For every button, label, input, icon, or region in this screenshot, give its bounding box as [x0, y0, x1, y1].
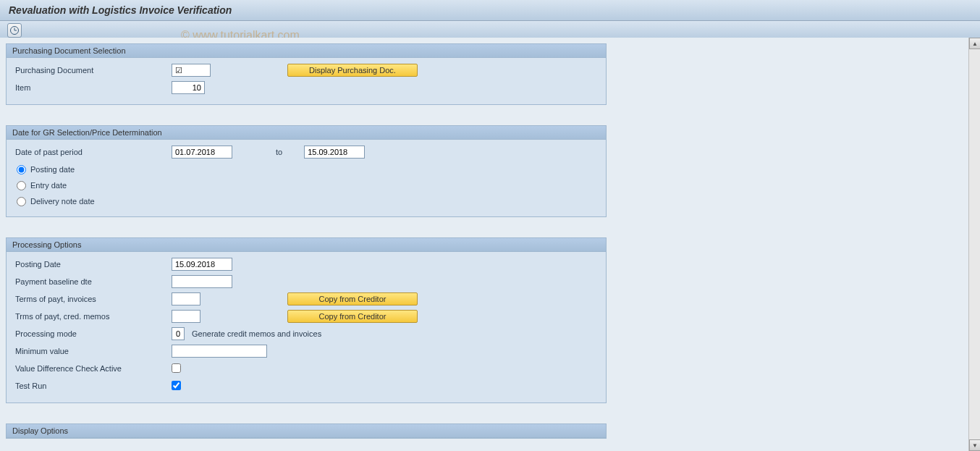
- date-from-input[interactable]: [172, 146, 232, 159]
- entry-date-radio-label: Entry date: [30, 181, 67, 190]
- delivery-note-date-radio[interactable]: [17, 197, 26, 206]
- section-header: Purchasing Document Selection: [7, 44, 606, 58]
- test-run-checkbox[interactable]: [172, 381, 181, 390]
- minimum-value-label: Minimum value: [12, 347, 172, 355]
- processing-mode-text: Generate credit memos and invoices: [192, 329, 321, 338]
- section-purchasing-document-selection: Purchasing Document Selection Purchasing…: [6, 43, 607, 105]
- delivery-note-date-radio-label: Delivery note date: [30, 197, 95, 206]
- posting-date-label: Posting Date: [12, 260, 172, 269]
- section-header: Display Options: [7, 424, 606, 438]
- posting-date-radio-label: Posting date: [30, 165, 75, 174]
- content-area: Purchasing Document Selection Purchasing…: [0, 38, 980, 451]
- execute-icon[interactable]: [7, 23, 22, 38]
- display-purchasing-doc-button[interactable]: Display Purchasing Doc.: [287, 64, 418, 77]
- value-diff-check-checkbox[interactable]: [172, 363, 181, 373]
- date-to-input[interactable]: [304, 146, 365, 159]
- scroll-down-arrow-icon[interactable]: ▼: [969, 439, 980, 451]
- section-header: Date for GR Selection/Price Determinatio…: [7, 126, 606, 140]
- to-label: to: [276, 148, 282, 156]
- item-label: Item: [12, 83, 172, 92]
- processing-mode-label: Processing mode: [12, 329, 172, 338]
- section-date-gr-selection: Date for GR Selection/Price Determinatio…: [6, 125, 607, 217]
- section-header: Processing Options: [7, 238, 606, 252]
- item-input[interactable]: [172, 81, 205, 94]
- payment-baseline-input[interactable]: [172, 275, 232, 288]
- section-processing-options: Processing Options Posting Date Payment …: [6, 237, 607, 403]
- purchasing-document-label: Purchasing Document: [12, 66, 172, 75]
- terms-payt-credmemos-input[interactable]: [172, 310, 200, 323]
- terms-payt-invoices-label: Terms of payt, invoices: [12, 295, 172, 303]
- purchasing-document-input[interactable]: [172, 64, 211, 77]
- terms-payt-credmemos-label: Trms of payt, cred. memos: [12, 312, 172, 321]
- test-run-label: Test Run: [12, 382, 172, 390]
- scroll-up-arrow-icon[interactable]: ▲: [969, 38, 980, 49]
- payment-baseline-label: Payment baseline dte: [12, 277, 172, 286]
- entry-date-radio[interactable]: [17, 181, 26, 190]
- section-display-options: Display Options: [6, 423, 607, 439]
- processing-mode-input[interactable]: [172, 327, 185, 340]
- copy-from-creditor-credmemos-button[interactable]: Copy from Creditor: [287, 310, 418, 323]
- minimum-value-input[interactable]: [172, 345, 267, 358]
- terms-payt-invoices-input[interactable]: [172, 292, 200, 305]
- copy-from-creditor-invoices-button[interactable]: Copy from Creditor: [287, 292, 418, 305]
- posting-date-radio[interactable]: [17, 165, 26, 174]
- vertical-scrollbar[interactable]: ▲ ▼: [968, 38, 980, 451]
- value-diff-check-label: Value Difference Check Active: [12, 364, 172, 373]
- date-past-period-label: Date of past period: [12, 148, 172, 156]
- page-title-bar: Revaluation with Logistics Invoice Verif…: [0, 0, 980, 21]
- posting-date-input[interactable]: [172, 258, 232, 271]
- page-title: Revaluation with Logistics Invoice Verif…: [9, 4, 232, 16]
